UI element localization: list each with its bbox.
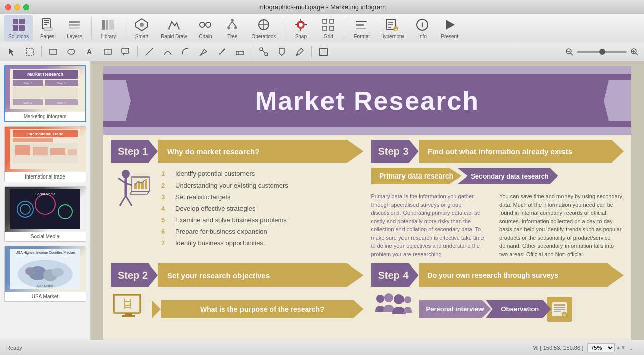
solutions-label: Solutions <box>8 34 29 39</box>
dropper-tool[interactable] <box>292 45 307 59</box>
svg-point-141 <box>384 293 393 302</box>
svg-rect-135 <box>124 305 131 306</box>
frame-tool[interactable] <box>316 45 331 59</box>
sep2 <box>125 17 125 39</box>
textbox-tool[interactable]: T <box>100 45 115 59</box>
callout-tool[interactable] <box>118 45 133 59</box>
svg-point-55 <box>68 49 75 54</box>
connect-tool[interactable] <box>256 45 271 59</box>
curve-tool[interactable] <box>160 45 175 59</box>
line-tool[interactable] <box>142 45 157 59</box>
page-thumb-3[interactable]: Social Media Social Media <box>4 186 86 242</box>
snap-button[interactable]: Snap <box>288 15 313 41</box>
step4-title: Do your own research through surveys <box>419 263 624 287</box>
svg-point-16 <box>140 23 144 27</box>
svg-rect-70 <box>321 50 326 54</box>
svg-rect-13 <box>106 20 108 30</box>
zoom-dropdown[interactable]: 75% 50% 100% 150% <box>587 343 615 352</box>
library-button[interactable]: Library <box>96 15 121 41</box>
svg-text:i: i <box>422 21 424 29</box>
smart-label: Smart <box>135 34 149 39</box>
smart-button[interactable]: Smart <box>129 15 154 41</box>
arc-tool[interactable] <box>178 45 193 59</box>
hypernote-label: Hypernote <box>380 34 404 39</box>
svg-text:A: A <box>87 48 92 56</box>
svg-rect-6 <box>44 22 49 23</box>
zoom-slider[interactable] <box>577 51 627 53</box>
svg-point-20 <box>206 22 211 27</box>
svg-rect-41 <box>356 24 364 26</box>
zoom-area <box>564 46 640 57</box>
svg-text:Step 2: Step 2 <box>23 101 32 104</box>
status-right: M: [ 150.53, 180.86 ] 75% 50% 100% 150% … <box>532 343 638 352</box>
format-icon <box>354 17 370 33</box>
select-box-tool[interactable] <box>22 45 37 59</box>
close-button[interactable] <box>5 4 11 10</box>
page-thumb-1[interactable]: Market Research Step 1 Step 3 Step 2 Ste… <box>4 65 86 122</box>
page-thumb-2[interactable]: International Trade International trade <box>4 126 86 182</box>
svg-point-110 <box>25 267 35 275</box>
newspaper-icon: $ <box>550 300 569 318</box>
page-thumb-4[interactable]: USA Highest Income Counties Median USA M… <box>4 246 86 302</box>
svg-rect-85 <box>13 87 78 98</box>
select-tool[interactable] <box>4 45 19 59</box>
chain-label: Chain <box>199 34 212 39</box>
brush-tool[interactable] <box>214 45 229 59</box>
tree-button[interactable]: Tree <box>220 15 245 41</box>
eraser-tool[interactable] <box>232 45 248 59</box>
svg-rect-5 <box>44 20 49 21</box>
operations-button[interactable]: Operations <box>247 15 280 41</box>
pages-button[interactable]: Pages <box>35 15 60 41</box>
zoom-select[interactable]: 75% 50% 100% 150% ▲▼ <box>587 343 626 352</box>
sep-t2-1 <box>41 46 42 58</box>
svg-rect-3 <box>19 25 25 31</box>
svg-point-31 <box>299 23 303 27</box>
info-icon: i <box>414 17 430 33</box>
zoom-in-button[interactable] <box>629 46 640 57</box>
info-button[interactable]: i Info <box>410 15 435 41</box>
resize-handle[interactable]: ⌟ <box>630 344 638 352</box>
svg-rect-98 <box>68 149 77 155</box>
rapid-draw-button[interactable]: Rapid Draw <box>156 15 191 41</box>
svg-rect-59 <box>122 48 129 53</box>
pages-panel: Market Research Step 1 Step 3 Step 2 Ste… <box>0 61 91 340</box>
svg-text:Social Media: Social Media <box>35 192 55 196</box>
format-button[interactable]: Format <box>349 15 374 41</box>
ellipse-tool[interactable] <box>64 45 79 59</box>
hypernote-button[interactable]: ★ Hypernote <box>376 15 408 41</box>
layers-button[interactable]: Layers <box>62 15 87 41</box>
text-tool[interactable]: A <box>82 45 97 59</box>
paint-tool[interactable] <box>274 45 289 59</box>
svg-marker-52 <box>9 48 14 56</box>
solutions-button[interactable]: Solutions <box>4 15 33 41</box>
chain-button[interactable]: Chain <box>193 15 218 41</box>
present-button[interactable]: Present <box>437 15 462 41</box>
header-left-deco <box>103 80 131 121</box>
operations-label: Operations <box>251 34 276 39</box>
thumb-preview-1: Market Research Step 1 Step 3 Step 2 Ste… <box>5 66 85 112</box>
grid-button[interactable]: Grid <box>315 15 341 41</box>
pen-tool[interactable] <box>196 45 211 59</box>
zoom-thumb[interactable] <box>599 49 605 55</box>
svg-point-115 <box>122 170 130 178</box>
svg-rect-148 <box>554 311 561 312</box>
svg-text:Step 3: Step 3 <box>57 82 66 85</box>
svg-rect-136 <box>125 307 130 308</box>
zoom-stepper[interactable]: ▲▼ <box>616 345 626 350</box>
minimize-button[interactable] <box>14 4 20 10</box>
header-bottom-ribbon <box>103 127 631 135</box>
steps-row1: Step 1 Why do market research? <box>103 135 631 261</box>
step2-header: Step 2 Set your research objectives <box>111 263 364 287</box>
maximize-button[interactable] <box>23 4 29 10</box>
svg-rect-12 <box>102 20 105 30</box>
zoom-out-button[interactable] <box>564 46 575 57</box>
canvas-area[interactable]: Market Research Step 1 Why do market res… <box>91 61 644 340</box>
rectangle-tool[interactable] <box>46 45 61 59</box>
svg-rect-146 <box>554 307 565 308</box>
svg-text:International Trade: International Trade <box>27 132 63 136</box>
thumb-preview-2: International Trade <box>5 127 86 172</box>
svg-marker-51 <box>446 20 455 30</box>
step1-title: Why do market research? <box>158 140 363 163</box>
tree-icon <box>224 17 240 33</box>
svg-point-65 <box>260 48 263 51</box>
